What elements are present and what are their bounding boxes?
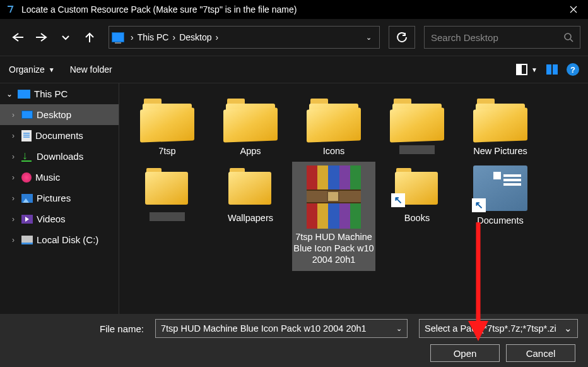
expand-icon[interactable]: › [9,236,18,244]
file-type-filter[interactable]: Select a Pack(*7tsp*.7z;*7tsp*.zi ⌄ [419,319,578,338]
file-item[interactable]: Wallpapers [209,162,292,270]
title-bar: Locate a Custom Resource Pack (Make sure… [0,0,588,19]
pc-icon [18,90,30,99]
documents-icon [21,130,32,141]
tree-item-desktop[interactable]: › Desktop [0,104,119,125]
help-button[interactable]: ? [567,63,579,76]
folder-icon [307,96,361,141]
chevron-down-icon: ▼ [49,66,55,73]
file-item[interactable]: 7tsp [126,92,209,162]
organize-menu[interactable]: Organize ▼ [9,64,55,75]
chevron-right-icon[interactable]: › [213,32,221,42]
folder-icon [392,165,442,206]
expand-icon[interactable]: › [9,111,18,119]
chevron-down-icon: ▼ [531,66,538,73]
filename-label: File name: [10,323,149,334]
file-item[interactable] [126,162,209,270]
pictures-icon [21,194,33,203]
music-icon [21,172,32,183]
new-folder-button[interactable]: New folder [70,64,112,75]
tree-item-this-pc[interactable]: ⌄ This PC [0,83,119,104]
file-label: Books [404,212,430,224]
file-item[interactable]: New Pictures [459,92,542,162]
search-input[interactable]: Search Desktop [424,26,580,49]
file-label: 7tsp [158,145,175,157]
chevron-right-icon[interactable]: › [170,32,178,42]
folder-icon [390,96,444,141]
expand-icon[interactable]: › [9,215,18,224]
file-item[interactable] [375,92,459,162]
expand-icon[interactable]: › [9,131,18,140]
file-label: New Pictures [473,145,527,157]
back-button[interactable] [8,27,28,47]
file-item[interactable]: Apps [209,92,292,162]
tree-item-downloads[interactable]: › Downloads [0,146,119,167]
forward-button[interactable] [32,27,52,47]
tree-item-music[interactable]: › Music [0,167,119,188]
file-item[interactable]: Documents [459,162,542,270]
shortcut-overlay-icon [391,193,405,207]
refresh-button[interactable] [389,26,415,49]
downloads-icon [21,152,33,162]
nav-row: › This PC › Desktop › ⌄ Search Desktop [0,19,588,56]
address-bar[interactable]: › This PC › Desktop › ⌄ [109,26,380,49]
view-mode-button[interactable]: ▼ [516,64,538,75]
toolbar: Organize ▼ New folder ▼ ? [0,56,588,83]
folder-icon [226,165,275,206]
folder-icon [473,96,527,141]
file-label: 7tsp HUD Machine Blue Icon Pack w10 2004… [293,231,374,265]
chevron-right-icon[interactable]: › [128,32,136,42]
breadcrumb-desktop[interactable]: Desktop [178,32,213,42]
tree-item-documents[interactable]: › Documents [0,125,119,146]
file-label: Documents [477,215,523,226]
folder-icon [143,165,192,206]
documents-library-icon [473,165,527,211]
chevron-down-icon[interactable]: ⌄ [564,323,572,334]
file-list[interactable]: 7tspAppsIconsNew PicturesWallpapers7tsp … [119,83,588,314]
videos-icon [21,215,33,224]
window-title: Locate a Custom Resource Pack (Make sure… [21,4,559,15]
chevron-down-icon[interactable]: ⌄ [396,325,402,333]
breadcrumb-this-pc[interactable]: This PC [136,32,170,42]
redacted-label [399,145,435,154]
expand-icon[interactable]: › [9,173,18,182]
archive-icon [307,165,361,229]
desktop-icon [21,111,33,119]
disk-icon [21,236,33,244]
up-button[interactable] [79,27,100,47]
file-label: Apps [240,145,261,157]
search-placeholder: Search Desktop [431,32,563,43]
preview-pane-button[interactable] [546,64,558,75]
dialog-footer: File name: 7tsp HUD Machine Blue Icon Pa… [0,314,588,367]
file-label: Wallpapers [228,212,273,224]
filename-input[interactable]: 7tsp HUD Machine Blue Icon Pack w10 2004… [155,319,408,338]
cancel-button[interactable]: Cancel [506,344,575,362]
tree-item-pictures[interactable]: › Pictures [0,188,119,208]
folder-icon [140,96,194,141]
redacted-label [150,212,185,221]
collapse-icon[interactable]: ⌄ [5,90,14,99]
pc-icon [112,32,124,42]
tree-item-videos[interactable]: › Videos [0,208,119,229]
tree-item-local-disk-c[interactable]: › Local Disk (C:) [0,229,119,250]
expand-icon[interactable]: › [9,152,18,161]
shortcut-overlay-icon [472,198,486,212]
file-item[interactable]: Icons [292,92,375,162]
close-button[interactable] [559,0,588,19]
folder-icon [223,96,278,141]
navigation-tree: ⌄ This PC › Desktop › Documents › Downlo… [0,83,119,314]
file-item[interactable]: 7tsp HUD Machine Blue Icon Pack w10 2004… [292,162,375,270]
address-dropdown[interactable]: ⌄ [361,33,377,42]
app-icon [5,4,15,15]
open-button[interactable]: Open [430,344,500,362]
svg-point-0 [565,33,571,40]
file-item[interactable]: Books [375,162,459,270]
file-label: Icons [323,145,345,157]
recent-dropdown[interactable] [56,27,76,47]
expand-icon[interactable]: › [9,194,18,203]
